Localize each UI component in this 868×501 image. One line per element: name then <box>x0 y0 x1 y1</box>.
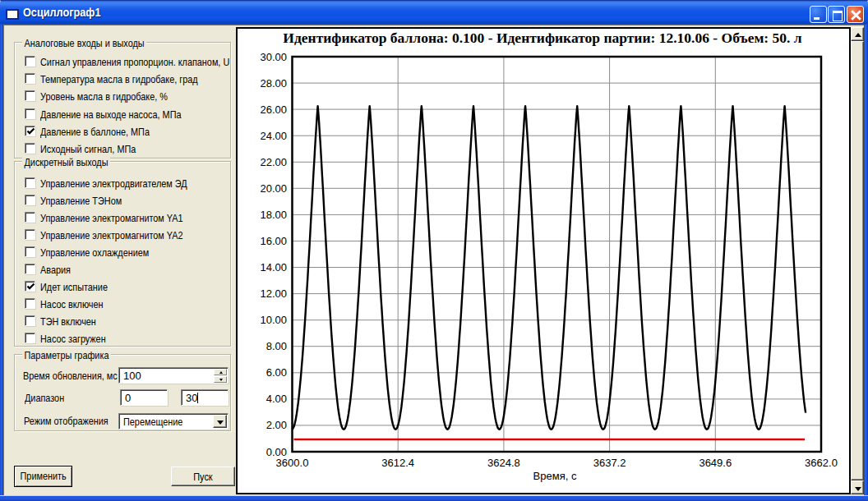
svg-text:20.00: 20.00 <box>260 182 287 195</box>
svg-text:3624.8: 3624.8 <box>487 457 520 469</box>
svg-text:16.00: 16.00 <box>260 235 287 247</box>
svg-text:Время, с: Время, с <box>533 470 577 482</box>
svg-text:12.00: 12.00 <box>260 287 287 300</box>
svg-text:3612.4: 3612.4 <box>381 457 414 469</box>
svg-text:3637.2: 3637.2 <box>593 457 626 469</box>
svg-text:22.00: 22.00 <box>260 156 287 168</box>
svg-text:Идентификатор баллона: 0.100 -: Идентификатор баллона: 0.100 - Идентифик… <box>283 30 801 46</box>
svg-text:3600.0: 3600.0 <box>276 457 309 469</box>
svg-text:14.00: 14.00 <box>260 261 287 273</box>
svg-text:26.00: 26.00 <box>260 103 287 116</box>
svg-text:18.00: 18.00 <box>260 209 287 221</box>
svg-text:30.00: 30.00 <box>260 51 287 63</box>
svg-text:3662.0: 3662.0 <box>805 457 838 469</box>
svg-text:4.00: 4.00 <box>266 393 287 405</box>
svg-text:10.00: 10.00 <box>260 314 287 326</box>
svg-text:3649.6: 3649.6 <box>699 457 732 469</box>
svg-text:8.00: 8.00 <box>266 340 287 352</box>
svg-text:6.00: 6.00 <box>266 366 287 379</box>
svg-text:24.00: 24.00 <box>260 130 287 142</box>
svg-text:28.00: 28.00 <box>260 77 287 90</box>
svg-text:2.00: 2.00 <box>266 419 287 431</box>
